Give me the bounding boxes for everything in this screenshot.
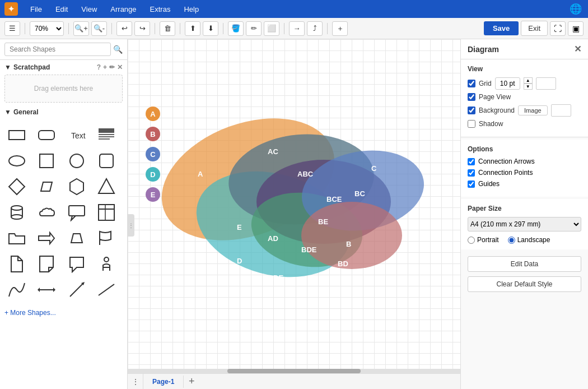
redo-btn[interactable]: ↪: [134, 21, 150, 36]
menu-extras[interactable]: Extras: [144, 3, 176, 16]
shape-document[interactable]: [4, 252, 29, 276]
connection-arrows-row: Connection Arrows: [468, 158, 581, 165]
layout-toggle-btn[interactable]: ▣: [568, 21, 584, 36]
right-panel-close[interactable]: ✕: [574, 44, 581, 54]
exit-button[interactable]: Exit: [521, 21, 548, 36]
paper-size-select[interactable]: A4 (210 mm x 297 mm): [468, 217, 581, 231]
general-arrow: ▼: [4, 108, 11, 116]
waypoint-btn[interactable]: ⤴: [307, 21, 323, 36]
insert-btn[interactable]: ＋: [332, 21, 348, 36]
search-input[interactable]: [4, 43, 111, 56]
menu-view[interactable]: View: [76, 3, 102, 16]
undo-btn[interactable]: ↩: [116, 21, 132, 36]
shadow-row: Shadow: [468, 120, 581, 128]
grid-value-input[interactable]: [495, 77, 520, 90]
shape-arrow-right[interactable]: [34, 226, 59, 251]
page-menu-btn[interactable]: ⋮: [128, 374, 143, 390]
fill-btn[interactable]: 🪣: [228, 21, 244, 36]
page-add-btn[interactable]: +: [184, 374, 199, 390]
scratchpad-header: ▼ Scratchpad ? + ✏ ✕: [4, 63, 123, 71]
to-back-btn[interactable]: ⬇: [203, 21, 218, 36]
menu-arrange[interactable]: Arrange: [105, 3, 142, 16]
shape-cloud[interactable]: [34, 200, 59, 225]
portrait-radio[interactable]: [468, 237, 475, 244]
sidebar-toggle[interactable]: ☰: [4, 21, 20, 36]
shadow-btn[interactable]: ⬜: [264, 21, 279, 36]
canvas-area[interactable]: A AC ABC C BC BCE BE BDE AD B BD DE D E …: [128, 39, 460, 389]
page-view-label: Page View: [479, 93, 511, 101]
menu-file[interactable]: File: [25, 3, 48, 16]
shape-hexagon[interactable]: [64, 174, 89, 199]
svg-point-18: [11, 215, 22, 219]
fullscreen-btn[interactable]: ⛶: [550, 21, 566, 36]
shape-flag[interactable]: [94, 226, 119, 251]
shape-arrow-bidirectional[interactable]: [34, 277, 59, 302]
grid-spin-down[interactable]: ▼: [524, 84, 533, 90]
guides-checkbox[interactable]: [468, 180, 475, 188]
background-color-box[interactable]: [551, 104, 571, 117]
shape-arrow-diagonal[interactable]: [64, 277, 89, 302]
shape-person[interactable]: [94, 252, 119, 276]
shape-square[interactable]: [34, 149, 59, 173]
shape-rectangle[interactable]: [4, 123, 29, 147]
save-button[interactable]: Save: [484, 21, 519, 35]
shape-callout[interactable]: [64, 200, 89, 225]
page-tab[interactable]: Page-1: [143, 376, 184, 388]
bottom-bar: ⋮ Page-1 +: [128, 373, 460, 389]
scratchpad-edit[interactable]: ✏: [109, 63, 115, 71]
shape-parallelogram[interactable]: [34, 174, 59, 199]
shape-heading[interactable]: [94, 123, 119, 147]
shape-curve[interactable]: [4, 277, 29, 302]
clear-style-btn[interactable]: Clear Default Style: [468, 276, 581, 292]
shape-speech-bubble[interactable]: [64, 252, 89, 276]
grid-spin-up[interactable]: ▲: [524, 77, 533, 84]
collapse-handle[interactable]: ⋮: [128, 214, 134, 237]
right-panel: Diagram ✕ View Grid ▲ ▼ Page View: [460, 39, 588, 389]
shape-trapezoid[interactable]: [64, 226, 89, 251]
shape-rounded-square[interactable]: [94, 149, 119, 173]
page-view-checkbox[interactable]: [468, 93, 475, 101]
shape-text[interactable]: Text: [64, 123, 89, 147]
svg-text:E: E: [237, 223, 242, 231]
zoom-in-btn[interactable]: 🔍+: [73, 21, 89, 36]
svg-marker-11: [9, 179, 25, 194]
shape-ellipse[interactable]: [4, 149, 29, 173]
scratchpad-help[interactable]: ?: [97, 63, 101, 71]
line-btn[interactable]: ✏: [246, 21, 262, 36]
menu-edit[interactable]: Edit: [50, 3, 73, 16]
shape-cylinder[interactable]: [4, 200, 29, 225]
menu-help[interactable]: Help: [178, 3, 204, 16]
zoom-select[interactable]: 70%100%50%: [30, 21, 64, 36]
shape-circle[interactable]: [64, 149, 89, 173]
grid-checkbox[interactable]: [468, 80, 475, 87]
delete-btn[interactable]: 🗑: [160, 21, 175, 36]
shape-folder-open[interactable]: [4, 226, 29, 251]
background-checkbox[interactable]: [468, 106, 475, 114]
connection-points-checkbox[interactable]: [468, 169, 475, 177]
background-image-btn[interactable]: Image: [518, 105, 548, 115]
scratchpad-add[interactable]: +: [103, 63, 107, 71]
shape-triangle[interactable]: [94, 174, 119, 199]
scratchpad-close[interactable]: ✕: [117, 63, 123, 71]
zoom-out-btn[interactable]: 🔍-: [91, 21, 107, 36]
shape-table[interactable]: [94, 200, 119, 225]
to-front-btn[interactable]: ⬆: [185, 21, 200, 36]
canvas-scrollbar[interactable]: [128, 369, 460, 373]
shape-diamond[interactable]: [4, 174, 29, 199]
shadow-checkbox[interactable]: [468, 120, 475, 128]
connection-arrows-checkbox[interactable]: [468, 158, 475, 165]
shape-rounded-rect[interactable]: [34, 123, 59, 147]
shape-line[interactable]: [94, 277, 119, 302]
svg-rect-0: [9, 131, 25, 140]
search-icon[interactable]: 🔍: [113, 45, 123, 54]
landscape-radio[interactable]: [508, 237, 515, 244]
globe-icon[interactable]: 🌐: [568, 1, 584, 17]
svg-text:C: C: [371, 164, 377, 173]
more-shapes-btn[interactable]: + More Shapes...: [0, 304, 127, 321]
shape-note[interactable]: [34, 252, 59, 276]
grid-color-box[interactable]: [536, 77, 556, 90]
landscape-label: Landscape: [508, 236, 550, 244]
edit-data-btn[interactable]: Edit Data: [468, 256, 581, 272]
toolbar: ☰ 70%100%50% 🔍+ 🔍- ↩ ↪ 🗑 ⬆ ⬇ 🪣 ✏ ⬜ → ⤴ ＋…: [0, 18, 588, 39]
arrow-btn[interactable]: →: [289, 21, 305, 36]
